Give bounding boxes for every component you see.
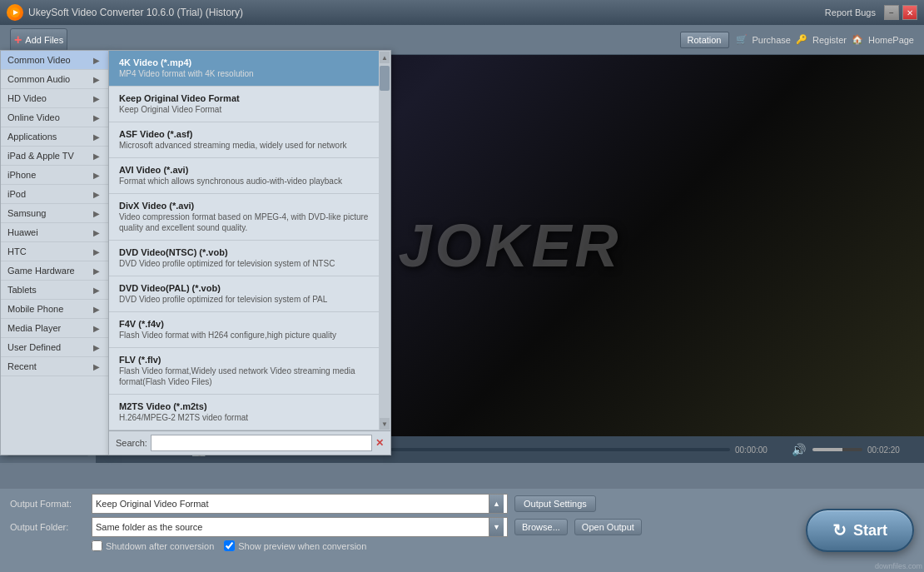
app-logo: [7, 4, 23, 21]
register-link[interactable]: Register: [812, 35, 847, 45]
bottom-bar: Output Format: Keep Original Video Forma…: [0, 489, 924, 572]
format-desc: Flash Video format with H264 configure,h…: [119, 330, 369, 341]
output-folder-row: Output Folder: Same folder as the source…: [10, 517, 914, 537]
format-name: ASF Video (*.asf): [119, 129, 369, 139]
shutdown-checkbox[interactable]: [92, 540, 102, 551]
search-row: Search: ✕: [109, 430, 390, 455]
start-button-area: ↻ Start: [806, 509, 914, 552]
format-item-keep-original[interactable]: Keep Original Video Format Keep Original…: [109, 87, 379, 122]
volume-slider[interactable]: [812, 448, 862, 451]
format-desc: Flash Video format,Widely used network V…: [119, 366, 369, 387]
output-folder-combo[interactable]: Same folder as the source ▼: [92, 517, 508, 537]
menu-item-label: HD Video: [7, 93, 47, 103]
output-format-row: Output Format: Keep Original Video Forma…: [10, 494, 914, 514]
menu-arrow: ▶: [93, 247, 100, 256]
report-bugs-link[interactable]: Report Bugs: [825, 7, 876, 17]
shutdown-label: Shutdown after conversion: [106, 541, 214, 551]
menu-item-htc[interactable]: HTC ▶: [1, 242, 108, 261]
menu-arrow: ▶: [93, 209, 100, 218]
format-desc: Microsoft advanced streaming media, wide…: [119, 140, 369, 151]
format-item-f4v[interactable]: F4V (*.f4v) Flash Video format with H264…: [109, 312, 379, 348]
format-desc: Video compression format based on MPEG-4…: [119, 211, 369, 233]
menu-item-hd-video[interactable]: HD Video ▶: [1, 89, 108, 108]
search-input[interactable]: [151, 435, 372, 451]
menu-arrow: ▶: [93, 152, 100, 161]
start-button[interactable]: ↻ Start: [806, 509, 914, 552]
menu-item-user-defined[interactable]: User Defined ▶: [1, 338, 108, 357]
menu-item-samsung[interactable]: Samsung ▶: [1, 204, 108, 223]
menu-item-huawei[interactable]: Huawei ▶: [1, 223, 108, 242]
format-list-panel: 4K Video (*.mp4) MP4 Video format with 4…: [108, 50, 391, 455]
format-dropdown: Common Video ▶ Common Audio ▶ HD Video ▶…: [0, 50, 391, 455]
format-list-scrollbar[interactable]: ▲ ▼: [379, 51, 390, 430]
menu-arrow: ▶: [93, 362, 100, 371]
shutdown-checkbox-label: Shutdown after conversion: [92, 540, 214, 551]
menu-item-label: Tablets: [7, 285, 37, 295]
menu-item-recent[interactable]: Recent ▶: [1, 357, 108, 376]
browse-button[interactable]: Browse...: [514, 519, 568, 535]
checkbox-row: Shutdown after conversion Show preview w…: [92, 540, 914, 551]
homepage-link[interactable]: HomePage: [868, 35, 914, 45]
format-name: DVD Video(NTSC) (*.vob): [119, 247, 369, 257]
menu-item-label: Common Video: [7, 55, 71, 65]
search-label: Search:: [116, 438, 147, 448]
format-item-avi[interactable]: AVI Video (*.avi) Format which allows sy…: [109, 158, 379, 194]
menu-item-applications[interactable]: Applications ▶: [1, 127, 108, 147]
open-output-button[interactable]: Open Output: [574, 519, 642, 535]
search-clear-button[interactable]: ✕: [375, 437, 384, 449]
format-desc: DVD Video profile optimized for televisi…: [119, 258, 369, 269]
menu-item-media-player[interactable]: Media Player ▶: [1, 319, 108, 338]
format-name: 4K Video (*.mp4): [119, 57, 369, 67]
menu-item-iphone[interactable]: iPhone ▶: [1, 166, 108, 185]
volume-button[interactable]: 🔊: [790, 441, 807, 458]
menu-arrow: ▶: [93, 228, 100, 237]
menu-item-ipad-apple-tv[interactable]: iPad & Apple TV ▶: [1, 147, 108, 166]
menu-arrow: ▶: [93, 113, 100, 122]
menu-item-online-video[interactable]: Online Video ▶: [1, 108, 108, 127]
format-item-divx[interactable]: DivX Video (*.avi) Video compression for…: [109, 194, 379, 241]
output-format-combo[interactable]: Keep Original Video Format ▲: [92, 494, 508, 514]
menu-item-ipod[interactable]: iPod ▶: [1, 185, 108, 204]
menu-item-label: HTC: [7, 246, 27, 256]
format-item-4k-mp4[interactable]: 4K Video (*.mp4) MP4 Video format with 4…: [109, 51, 379, 87]
menu-left: Common Video ▶ Common Audio ▶ HD Video ▶…: [0, 50, 108, 455]
output-format-value: Keep Original Video Format: [96, 499, 489, 509]
menu-item-mobile-phone[interactable]: Mobile Phone ▶: [1, 300, 108, 319]
menu-arrow: ▶: [93, 286, 100, 295]
show-preview-checkbox[interactable]: [224, 540, 235, 551]
output-folder-label: Output Folder:: [10, 522, 85, 532]
output-settings-button[interactable]: Output Settings: [514, 495, 596, 512]
format-item-flv[interactable]: FLV (*.flv) Flash Video format,Widely us…: [109, 348, 379, 395]
menu-item-label: Recent: [7, 361, 37, 371]
format-name: DivX Video (*.avi): [119, 201, 369, 211]
title-bar-controls: − ✕: [884, 5, 917, 20]
mid-time: 00:00:00: [735, 445, 785, 455]
menu-item-label: User Defined: [7, 342, 61, 352]
show-preview-checkbox-label: Show preview when conversion: [224, 540, 366, 551]
app-title: UkeySoft Video Converter 10.6.0 (Trial) …: [28, 7, 243, 18]
menu-item-game-hardware[interactable]: Game Hardware ▶: [1, 261, 108, 281]
scroll-thumb[interactable]: [380, 66, 390, 91]
folder-combo-arrow-icon: ▼: [489, 518, 504, 536]
format-desc: MP4 Video format with 4K resolution: [119, 68, 369, 79]
menu-item-label: Huawei: [7, 227, 38, 237]
menu-arrow: ▶: [93, 94, 100, 103]
menu-arrow: ▶: [93, 266, 100, 276]
menu-item-common-video[interactable]: Common Video ▶: [1, 51, 108, 70]
format-item-dvd-pal[interactable]: DVD Video(PAL) (*.vob) DVD Video profile…: [109, 276, 379, 312]
format-item-asf[interactable]: ASF Video (*.asf) Microsoft advanced str…: [109, 122, 379, 158]
close-button[interactable]: ✕: [902, 5, 917, 20]
minimize-button[interactable]: −: [884, 5, 899, 20]
add-files-button[interactable]: + Add Files: [10, 28, 67, 52]
menu-item-common-audio[interactable]: Common Audio ▶: [1, 70, 108, 89]
menu-arrow: ▶: [93, 343, 100, 352]
format-item-dvd-ntsc[interactable]: DVD Video(NTSC) (*.vob) DVD Video profil…: [109, 241, 379, 276]
start-label: Start: [853, 522, 887, 540]
format-item-m2ts[interactable]: M2TS Video (*.m2ts) H.264/MPEG-2 M2TS vi…: [109, 395, 379, 430]
purchase-link[interactable]: Purchase: [753, 35, 791, 45]
menu-item-tablets[interactable]: Tablets ▶: [1, 281, 108, 300]
output-folder-value: Same folder as the source: [96, 522, 489, 532]
rotation-button[interactable]: Rotation: [680, 32, 729, 48]
menu-arrow: ▶: [93, 171, 100, 180]
menu-item-label: iPad & Apple TV: [7, 151, 74, 161]
